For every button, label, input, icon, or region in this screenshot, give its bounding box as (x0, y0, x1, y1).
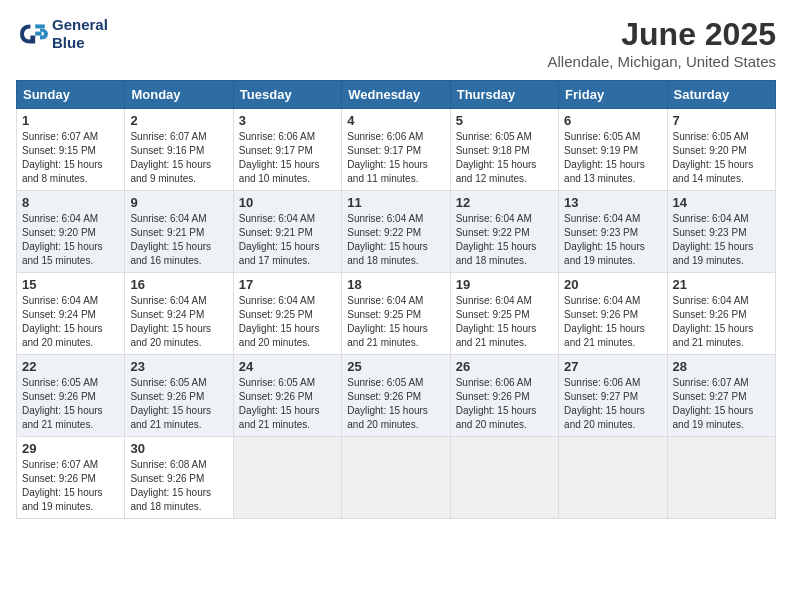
day-number: 5 (456, 113, 553, 128)
day-info: Sunrise: 6:04 AM Sunset: 9:25 PM Dayligh… (456, 294, 553, 350)
day-info: Sunrise: 6:06 AM Sunset: 9:27 PM Dayligh… (564, 376, 661, 432)
day-info: Sunrise: 6:05 AM Sunset: 9:18 PM Dayligh… (456, 130, 553, 186)
day-cell: 24Sunrise: 6:05 AM Sunset: 9:26 PM Dayli… (233, 355, 341, 437)
day-cell: 3Sunrise: 6:06 AM Sunset: 9:17 PM Daylig… (233, 109, 341, 191)
calendar-subtitle: Allendale, Michigan, United States (548, 53, 776, 70)
day-number: 24 (239, 359, 336, 374)
day-cell: 26Sunrise: 6:06 AM Sunset: 9:26 PM Dayli… (450, 355, 558, 437)
day-info: Sunrise: 6:07 AM Sunset: 9:26 PM Dayligh… (22, 458, 119, 514)
calendar-title: June 2025 (548, 16, 776, 53)
header-cell-thursday: Thursday (450, 81, 558, 109)
week-row-5: 29Sunrise: 6:07 AM Sunset: 9:26 PM Dayli… (17, 437, 776, 519)
day-info: Sunrise: 6:04 AM Sunset: 9:24 PM Dayligh… (130, 294, 227, 350)
day-cell: 8Sunrise: 6:04 AM Sunset: 9:20 PM Daylig… (17, 191, 125, 273)
day-cell: 11Sunrise: 6:04 AM Sunset: 9:22 PM Dayli… (342, 191, 450, 273)
day-info: Sunrise: 6:04 AM Sunset: 9:21 PM Dayligh… (130, 212, 227, 268)
day-number: 9 (130, 195, 227, 210)
day-cell: 14Sunrise: 6:04 AM Sunset: 9:23 PM Dayli… (667, 191, 775, 273)
day-cell: 16Sunrise: 6:04 AM Sunset: 9:24 PM Dayli… (125, 273, 233, 355)
day-info: Sunrise: 6:05 AM Sunset: 9:26 PM Dayligh… (130, 376, 227, 432)
day-info: Sunrise: 6:04 AM Sunset: 9:23 PM Dayligh… (564, 212, 661, 268)
day-number: 18 (347, 277, 444, 292)
day-cell (559, 437, 667, 519)
day-number: 6 (564, 113, 661, 128)
day-number: 17 (239, 277, 336, 292)
day-number: 16 (130, 277, 227, 292)
day-info: Sunrise: 6:07 AM Sunset: 9:15 PM Dayligh… (22, 130, 119, 186)
day-info: Sunrise: 6:06 AM Sunset: 9:17 PM Dayligh… (347, 130, 444, 186)
day-cell (450, 437, 558, 519)
day-cell: 5Sunrise: 6:05 AM Sunset: 9:18 PM Daylig… (450, 109, 558, 191)
week-row-4: 22Sunrise: 6:05 AM Sunset: 9:26 PM Dayli… (17, 355, 776, 437)
logo-icon (16, 18, 48, 50)
day-cell: 22Sunrise: 6:05 AM Sunset: 9:26 PM Dayli… (17, 355, 125, 437)
header-cell-monday: Monday (125, 81, 233, 109)
day-cell: 17Sunrise: 6:04 AM Sunset: 9:25 PM Dayli… (233, 273, 341, 355)
day-cell: 7Sunrise: 6:05 AM Sunset: 9:20 PM Daylig… (667, 109, 775, 191)
day-number: 26 (456, 359, 553, 374)
day-number: 3 (239, 113, 336, 128)
day-info: Sunrise: 6:05 AM Sunset: 9:26 PM Dayligh… (239, 376, 336, 432)
day-number: 12 (456, 195, 553, 210)
day-number: 25 (347, 359, 444, 374)
calendar-table: SundayMondayTuesdayWednesdayThursdayFrid… (16, 80, 776, 519)
day-number: 20 (564, 277, 661, 292)
day-info: Sunrise: 6:04 AM Sunset: 9:21 PM Dayligh… (239, 212, 336, 268)
day-number: 10 (239, 195, 336, 210)
logo-text: General Blue (52, 16, 108, 52)
day-info: Sunrise: 6:04 AM Sunset: 9:24 PM Dayligh… (22, 294, 119, 350)
calendar-body: 1Sunrise: 6:07 AM Sunset: 9:15 PM Daylig… (17, 109, 776, 519)
day-number: 30 (130, 441, 227, 456)
header-cell-saturday: Saturday (667, 81, 775, 109)
day-cell: 12Sunrise: 6:04 AM Sunset: 9:22 PM Dayli… (450, 191, 558, 273)
day-number: 23 (130, 359, 227, 374)
day-number: 8 (22, 195, 119, 210)
day-info: Sunrise: 6:04 AM Sunset: 9:22 PM Dayligh… (347, 212, 444, 268)
day-cell: 13Sunrise: 6:04 AM Sunset: 9:23 PM Dayli… (559, 191, 667, 273)
day-number: 1 (22, 113, 119, 128)
day-number: 13 (564, 195, 661, 210)
day-number: 28 (673, 359, 770, 374)
day-info: Sunrise: 6:06 AM Sunset: 9:26 PM Dayligh… (456, 376, 553, 432)
day-cell: 1Sunrise: 6:07 AM Sunset: 9:15 PM Daylig… (17, 109, 125, 191)
day-info: Sunrise: 6:04 AM Sunset: 9:26 PM Dayligh… (673, 294, 770, 350)
day-cell (233, 437, 341, 519)
week-row-1: 1Sunrise: 6:07 AM Sunset: 9:15 PM Daylig… (17, 109, 776, 191)
header: General Blue June 2025 Allendale, Michig… (16, 16, 776, 70)
day-cell: 23Sunrise: 6:05 AM Sunset: 9:26 PM Dayli… (125, 355, 233, 437)
day-number: 7 (673, 113, 770, 128)
day-number: 21 (673, 277, 770, 292)
day-number: 14 (673, 195, 770, 210)
day-cell: 21Sunrise: 6:04 AM Sunset: 9:26 PM Dayli… (667, 273, 775, 355)
day-info: Sunrise: 6:04 AM Sunset: 9:20 PM Dayligh… (22, 212, 119, 268)
header-cell-friday: Friday (559, 81, 667, 109)
day-cell: 30Sunrise: 6:08 AM Sunset: 9:26 PM Dayli… (125, 437, 233, 519)
day-info: Sunrise: 6:05 AM Sunset: 9:26 PM Dayligh… (22, 376, 119, 432)
day-cell (667, 437, 775, 519)
day-number: 2 (130, 113, 227, 128)
day-cell: 6Sunrise: 6:05 AM Sunset: 9:19 PM Daylig… (559, 109, 667, 191)
week-row-2: 8Sunrise: 6:04 AM Sunset: 9:20 PM Daylig… (17, 191, 776, 273)
day-info: Sunrise: 6:07 AM Sunset: 9:16 PM Dayligh… (130, 130, 227, 186)
day-cell: 25Sunrise: 6:05 AM Sunset: 9:26 PM Dayli… (342, 355, 450, 437)
day-info: Sunrise: 6:05 AM Sunset: 9:19 PM Dayligh… (564, 130, 661, 186)
day-number: 15 (22, 277, 119, 292)
day-cell: 10Sunrise: 6:04 AM Sunset: 9:21 PM Dayli… (233, 191, 341, 273)
day-cell (342, 437, 450, 519)
day-info: Sunrise: 6:04 AM Sunset: 9:25 PM Dayligh… (239, 294, 336, 350)
day-info: Sunrise: 6:05 AM Sunset: 9:26 PM Dayligh… (347, 376, 444, 432)
day-info: Sunrise: 6:07 AM Sunset: 9:27 PM Dayligh… (673, 376, 770, 432)
header-row: SundayMondayTuesdayWednesdayThursdayFrid… (17, 81, 776, 109)
day-cell: 27Sunrise: 6:06 AM Sunset: 9:27 PM Dayli… (559, 355, 667, 437)
day-cell: 2Sunrise: 6:07 AM Sunset: 9:16 PM Daylig… (125, 109, 233, 191)
day-info: Sunrise: 6:04 AM Sunset: 9:25 PM Dayligh… (347, 294, 444, 350)
day-info: Sunrise: 6:04 AM Sunset: 9:23 PM Dayligh… (673, 212, 770, 268)
day-info: Sunrise: 6:04 AM Sunset: 9:22 PM Dayligh… (456, 212, 553, 268)
header-cell-sunday: Sunday (17, 81, 125, 109)
header-cell-wednesday: Wednesday (342, 81, 450, 109)
day-cell: 19Sunrise: 6:04 AM Sunset: 9:25 PM Dayli… (450, 273, 558, 355)
day-number: 4 (347, 113, 444, 128)
day-info: Sunrise: 6:04 AM Sunset: 9:26 PM Dayligh… (564, 294, 661, 350)
day-cell: 29Sunrise: 6:07 AM Sunset: 9:26 PM Dayli… (17, 437, 125, 519)
day-cell: 18Sunrise: 6:04 AM Sunset: 9:25 PM Dayli… (342, 273, 450, 355)
